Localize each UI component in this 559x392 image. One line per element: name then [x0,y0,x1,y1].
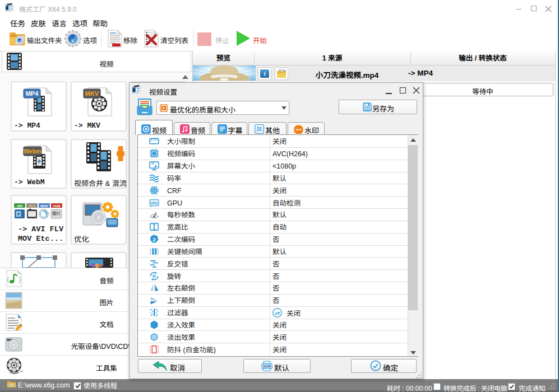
svg-text:NEW: NEW [295,128,302,130]
svg-text:MOV: MOV [40,204,48,208]
svg-text:AVI: AVI [17,204,22,208]
svg-text:MP4: MP4 [26,90,39,97]
svg-text:VOB: VOB [53,204,61,208]
svg-text:FPS: FPS [152,218,156,220]
svg-text:off: off [275,311,280,315]
svg-text:FLV: FLV [29,204,35,208]
svg-text:2: 2 [153,236,155,242]
svg-text:MKV: MKV [85,90,99,97]
svg-text:DEFAULT: DEFAULT [262,365,271,367]
svg-text:GPU: GPU [151,201,158,204]
svg-text:Webm: Webm [24,148,41,155]
